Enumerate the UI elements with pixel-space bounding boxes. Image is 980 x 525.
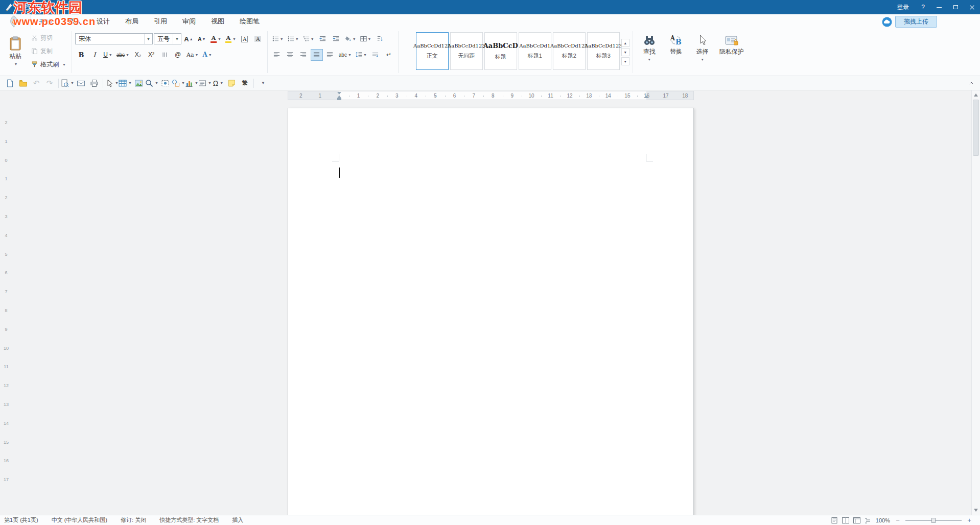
font-size-select[interactable]: 五号 ▼ (154, 33, 181, 44)
ruler-strip[interactable]: 21 123456789101112131415161718 (288, 91, 694, 100)
format-painter-button[interactable]: 格式刷 ▼ (29, 58, 68, 70)
style-item[interactable]: AaBbCcDd1 标题1 (519, 32, 551, 70)
bold-button[interactable]: B (75, 49, 87, 61)
find-button[interactable]: 查找 ▼ (636, 30, 663, 74)
style-item[interactable]: AaBbCcDd123 无间距 (450, 32, 483, 70)
left-indent-marker[interactable] (337, 98, 341, 100)
zoom-tool-button[interactable]: ▼ (145, 77, 158, 89)
ribbon-tab[interactable]: 视图 (203, 14, 232, 29)
character-border-button[interactable]: A (239, 33, 251, 45)
align-right-button[interactable] (297, 49, 310, 61)
gallery-down-button[interactable]: ▼ (621, 48, 629, 56)
zoom-level[interactable]: 100% (876, 517, 890, 523)
bullet-list-button[interactable]: ▼ (271, 33, 285, 45)
view-web-layout-icon[interactable] (853, 517, 860, 523)
gallery-more-button[interactable]: ▼ (621, 57, 629, 65)
view-print-layout-icon[interactable] (831, 517, 838, 523)
justify-button[interactable] (311, 49, 323, 61)
align-left-button[interactable] (271, 49, 283, 61)
traditional-simplified-button[interactable]: 繁 (238, 77, 251, 89)
scroll-up-button[interactable] (974, 93, 978, 97)
ribbon-tab[interactable]: 布局 (118, 14, 146, 29)
maximize-button[interactable] (947, 0, 964, 14)
ribbon-tab[interactable]: 设计 (89, 14, 118, 29)
highlight-color-button[interactable]: A ▼ (224, 33, 238, 45)
ribbon-tab[interactable]: 审阅 (175, 14, 203, 29)
multilevel-list-button[interactable]: ▼ (301, 33, 316, 45)
style-item[interactable]: AaBbCcDd123 正文 (416, 32, 449, 70)
insert-image-button[interactable] (132, 77, 145, 89)
enclose-character-button[interactable]: @ (172, 49, 184, 61)
vertical-ruler[interactable]: 2101234567891011121314151617 (2, 101, 10, 515)
open-file-button[interactable] (16, 77, 30, 89)
shrink-font-button[interactable]: A▼ (196, 33, 208, 45)
print-button[interactable] (87, 77, 101, 89)
font-family-select[interactable]: 宋体 ▼ (75, 33, 153, 44)
cut-button[interactable]: 剪切 (29, 32, 68, 44)
status-item[interactable]: 插入 (228, 516, 252, 524)
ribbon-tab[interactable]: 引用 (146, 14, 175, 29)
first-line-indent-marker[interactable] (337, 92, 341, 94)
minimize-button[interactable] (931, 0, 947, 14)
drag-upload-button[interactable]: 拖拽上传 (895, 16, 937, 28)
strikethrough-button[interactable]: abc▼ (115, 49, 131, 61)
close-button[interactable] (964, 0, 980, 14)
document-page[interactable] (288, 108, 694, 515)
style-item[interactable]: AaBbCcDd123 标题3 (587, 32, 620, 70)
print-preview-button[interactable]: ▼ (61, 77, 74, 89)
numbered-list-button[interactable]: ▼ (286, 33, 300, 45)
increase-indent-button[interactable] (330, 33, 342, 45)
superscript-button[interactable]: X² (145, 49, 157, 61)
select-button[interactable]: 选择 ▼ (689, 30, 716, 74)
phonetic-guide-button[interactable]: abc▼ (337, 49, 353, 61)
screenshot-button[interactable] (158, 77, 172, 89)
style-item[interactable]: AaBbCcD 标题 (484, 32, 517, 70)
status-item[interactable]: 第1页 (共1页) (0, 516, 48, 524)
insert-symbol-button[interactable]: Ω▼ (212, 77, 225, 89)
new-document-button[interactable] (3, 77, 16, 89)
shading-button[interactable]: ▼ (343, 33, 358, 45)
gallery-up-button[interactable]: ▲ (621, 39, 629, 47)
scrollbar-thumb[interactable] (973, 100, 979, 156)
style-item[interactable]: AaBbCcDd123 标题2 (553, 32, 586, 70)
paragraph-spacing-button[interactable] (369, 49, 382, 61)
paste-button[interactable]: 粘贴 ▼ (3, 30, 28, 72)
status-item[interactable]: 修订: 关闭 (116, 516, 155, 524)
insert-chart-button[interactable]: ▼ (185, 77, 198, 89)
ribbon-tab[interactable]: 插入 (60, 14, 89, 29)
login-button[interactable]: 登录 (891, 0, 915, 14)
subscript-button[interactable]: X₂ (132, 49, 144, 61)
view-outline-icon[interactable] (865, 517, 872, 523)
line-spacing-button[interactable]: ▼ (354, 49, 368, 61)
ribbon-tab[interactable]: 开始 (31, 14, 60, 29)
italic-button[interactable]: I (88, 49, 101, 61)
change-case-button[interactable]: Aa▼ (185, 49, 200, 61)
replace-button[interactable]: A B 替换 (663, 30, 689, 74)
sticky-note-button[interactable] (225, 77, 238, 89)
vertical-text-button[interactable] (158, 49, 171, 61)
toolbar-customize-button[interactable]: ▼ (256, 77, 269, 89)
underline-button[interactable]: U▼ (102, 49, 114, 61)
ribbon-tab[interactable]: 绘图笔 (232, 14, 267, 29)
redo-button[interactable]: ↷ (43, 77, 56, 89)
decrease-indent-button[interactable] (317, 33, 329, 45)
horizontal-ruler[interactable]: 21 123456789101112131415161718 (0, 90, 980, 101)
borders-button[interactable]: ▼ (359, 33, 373, 45)
copy-button[interactable]: 复制 (29, 45, 68, 57)
collapse-ribbon-button[interactable] (966, 78, 977, 88)
distribute-button[interactable] (324, 49, 336, 61)
zoom-in-button[interactable]: + (966, 517, 973, 523)
character-shading-button[interactable]: A (252, 33, 264, 45)
right-indent-marker[interactable] (644, 96, 648, 98)
align-center-button[interactable] (284, 49, 296, 61)
email-button[interactable] (74, 77, 87, 89)
scroll-down-button[interactable] (974, 509, 978, 512)
insert-table-button[interactable]: ▼ (119, 77, 132, 89)
show-paragraph-mark-button[interactable]: ↵ (383, 49, 395, 61)
app-logo[interactable] (6, 15, 21, 28)
status-item[interactable]: 快捷方式类型: 文字文档 (155, 516, 228, 524)
font-color-button[interactable]: A ▼ (209, 33, 223, 45)
insert-textbox-button[interactable]: ▼ (198, 77, 212, 89)
vertical-scrollbar[interactable] (971, 90, 980, 515)
sort-button[interactable] (374, 33, 386, 45)
